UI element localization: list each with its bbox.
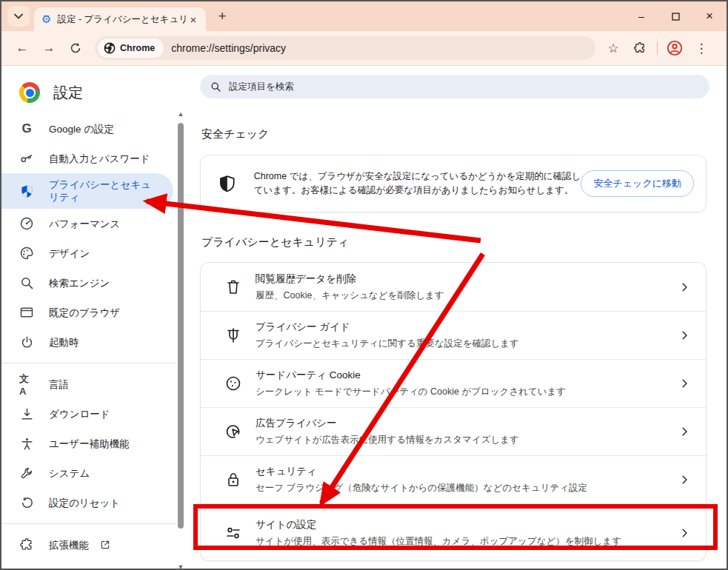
download-icon bbox=[19, 406, 34, 421]
chrome-icon bbox=[19, 567, 34, 570]
row-privacy-guide[interactable]: プライバシー ガイド プライバシーとセキュリティに関する重要な設定を確認します bbox=[201, 311, 706, 359]
window-controls: – × bbox=[624, 1, 727, 31]
safety-check-heading: 安全チェック bbox=[201, 127, 269, 141]
search-icon bbox=[210, 81, 221, 93]
back-button[interactable]: ← bbox=[10, 36, 35, 61]
sidebar-item-appearance[interactable]: デザイン bbox=[1, 238, 190, 268]
tab-close-icon[interactable]: × bbox=[187, 13, 200, 26]
reload-button[interactable] bbox=[63, 36, 88, 61]
sidebar-divider bbox=[1, 363, 176, 363]
accessibility-icon bbox=[19, 436, 34, 451]
trash-icon bbox=[224, 278, 242, 296]
scroll-up-icon[interactable]: ▲ bbox=[176, 110, 185, 118]
google-icon: G bbox=[19, 121, 34, 136]
row-third-party-cookies[interactable]: サードパーティ Cookie シークレット モードでサードパーティの Cooki… bbox=[201, 359, 706, 407]
sidebar-nav: G Google の設定 自動入力とパスワード プライバシーとセキュリティ bbox=[1, 114, 190, 570]
shield-icon bbox=[19, 184, 34, 198]
settings-title: 設定 bbox=[53, 83, 83, 103]
menu-dots-icon[interactable]: ⋮ bbox=[689, 36, 713, 60]
minimize-button[interactable]: – bbox=[624, 1, 658, 31]
sidebar-divider bbox=[1, 523, 176, 524]
chevron-right-icon bbox=[679, 282, 689, 292]
reset-icon bbox=[19, 495, 34, 510]
sidebar-item-system[interactable]: システム bbox=[1, 458, 190, 488]
row-security[interactable]: セキュリティ セーフ ブラウジング（危険なサイトからの保護機能）などのセキュリテ… bbox=[201, 455, 706, 503]
chevron-right-icon bbox=[679, 475, 689, 485]
row-clear-browsing-data[interactable]: 閲覧履歴データを削除 履歴、Cookie、キャッシュなどを削除します bbox=[201, 263, 706, 311]
wrench-icon bbox=[19, 466, 34, 480]
key-icon bbox=[19, 151, 34, 166]
bookmark-star-icon[interactable]: ☆ bbox=[601, 36, 625, 60]
sidebar-item-on-startup[interactable]: 起動時 bbox=[1, 327, 190, 357]
sidebar-item-accessibility[interactable]: ユーザー補助機能 bbox=[1, 429, 190, 458]
power-icon bbox=[19, 335, 34, 349]
search-icon bbox=[19, 275, 34, 290]
chip-label: Chrome bbox=[120, 43, 155, 53]
sidebar-item-about-chrome[interactable]: Chrome について bbox=[1, 560, 190, 570]
sidebar-item-downloads[interactable]: ダウンロード bbox=[1, 399, 190, 429]
chevron-right-icon bbox=[679, 528, 689, 538]
settings-sidebar: 設定 G Google の設定 自動入力とパスワード プライバシーとセキュリティ bbox=[1, 67, 190, 570]
tune-icon bbox=[224, 524, 242, 542]
maximize-button[interactable] bbox=[658, 1, 692, 31]
sidebar-item-reset[interactable]: 設定のリセット bbox=[1, 488, 190, 517]
sidebar-item-default-browser[interactable]: 既定のブラウザ bbox=[1, 298, 190, 327]
chevron-down-icon bbox=[14, 13, 23, 19]
safety-check-description: Chrome では、ブラウザが安全な設定になっているかどうかを定期的に確認してい… bbox=[254, 170, 581, 198]
tab-strip: ⚙ 設定 - プライバシーとセキュリティ × + – × bbox=[1, 1, 727, 31]
row-ad-privacy[interactable]: 広告プライバシー ウェブサイトが広告表示に使用する情報をカスタマイズします bbox=[201, 407, 706, 455]
maximize-icon bbox=[672, 13, 680, 21]
sidebar-item-autofill[interactable]: 自動入力とパスワード bbox=[1, 144, 190, 173]
translate-icon: 文A bbox=[19, 377, 34, 392]
puzzle-icon bbox=[633, 41, 647, 55]
reload-icon bbox=[70, 42, 81, 54]
chevron-right-icon bbox=[679, 330, 689, 341]
settings-page: 設定 G Google の設定 自動入力とパスワード プライバシーとセキュリティ bbox=[1, 67, 727, 570]
settings-main: 安全チェック Chrome では、ブラウザが安全な設定になっているかどうかを定期… bbox=[200, 67, 709, 570]
sidebar-item-google[interactable]: G Google の設定 bbox=[1, 114, 190, 144]
browser-icon bbox=[19, 305, 34, 320]
url-text: chrome://settings/privacy bbox=[171, 42, 286, 54]
chrome-chip[interactable]: Chrome bbox=[98, 38, 164, 58]
row-site-settings[interactable]: サイトの設定 サイトが使用、表示できる情報（位置情報、カメラ、ポップアップなど）… bbox=[201, 503, 706, 562]
privacy-section-heading: プライバシーとセキュリティ bbox=[201, 235, 349, 249]
forward-button[interactable]: → bbox=[36, 36, 61, 61]
safety-shield-icon bbox=[218, 175, 236, 192]
settings-search[interactable] bbox=[200, 75, 709, 98]
chrome-logo-icon bbox=[19, 82, 40, 103]
privacy-card: 閲覧履歴データを削除 履歴、Cookie、キャッシュなどを削除します プライバシ… bbox=[200, 262, 707, 561]
chrome-window: { "window": { "tab_title": "設定 - プライバシーと… bbox=[0, 0, 728, 570]
chevron-right-icon bbox=[679, 426, 689, 437]
sidebar-item-extensions[interactable]: 拡張機能 bbox=[1, 530, 190, 560]
avatar-icon bbox=[667, 40, 683, 56]
browser-toolbar: ← → Chrome chrome://settings/privacy ☆ bbox=[1, 31, 727, 66]
scrollbar-thumb[interactable] bbox=[178, 123, 184, 529]
new-tab-button[interactable]: + bbox=[212, 6, 233, 27]
close-button[interactable]: × bbox=[692, 1, 727, 31]
external-link-icon bbox=[99, 539, 111, 551]
search-input[interactable] bbox=[229, 81, 669, 92]
sidebar-scrollbar[interactable]: ▲ ▼ bbox=[176, 110, 185, 570]
sidebar-item-privacy[interactable]: プライバシーとセキュリティ bbox=[1, 173, 173, 209]
tab-title: 設定 - プライバシーとセキュリティ bbox=[57, 13, 187, 26]
sidebar-item-languages[interactable]: 文A 言語 bbox=[1, 369, 190, 399]
profile-avatar[interactable] bbox=[663, 36, 687, 60]
extensions-icon[interactable] bbox=[628, 36, 652, 60]
settings-header: 設定 bbox=[1, 67, 190, 108]
ads-icon bbox=[224, 423, 242, 440]
safety-check-button[interactable]: 安全チェックに移動 bbox=[581, 170, 694, 197]
active-tab[interactable]: ⚙ 設定 - プライバシーとセキュリティ × bbox=[34, 7, 206, 31]
lock-icon bbox=[224, 471, 242, 489]
settings-gear-icon: ⚙ bbox=[41, 13, 51, 26]
puzzle-icon bbox=[19, 537, 34, 552]
scroll-down-icon[interactable]: ▼ bbox=[176, 563, 185, 570]
privacy-guide-icon bbox=[224, 326, 242, 344]
speedometer-icon bbox=[19, 216, 34, 231]
palette-icon bbox=[19, 246, 34, 261]
toolbar-actions: ☆ ⋮ bbox=[600, 36, 715, 60]
chevron-right-icon bbox=[679, 378, 689, 389]
sidebar-item-search-engine[interactable]: 検索エンジン bbox=[1, 268, 190, 298]
address-bar[interactable]: Chrome chrome://settings/privacy bbox=[95, 36, 595, 60]
tab-search-button[interactable] bbox=[7, 6, 30, 27]
sidebar-item-performance[interactable]: パフォーマンス bbox=[1, 209, 190, 238]
